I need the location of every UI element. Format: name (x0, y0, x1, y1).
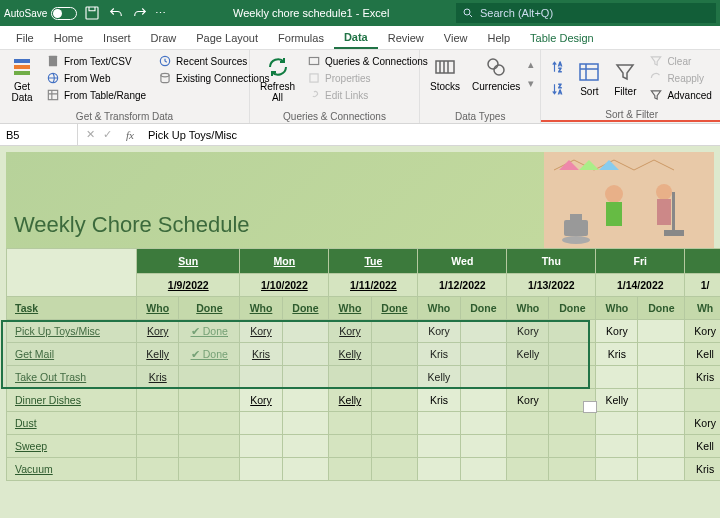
grid-cell[interactable] (240, 412, 282, 435)
worksheet[interactable]: Weekly Chore Schedule Sun Mon Tue Wed Th… (0, 146, 720, 518)
who-header[interactable]: Who (507, 297, 549, 320)
grid-cell[interactable]: Kris (685, 458, 720, 481)
grid-cell[interactable] (240, 435, 282, 458)
grid-cell[interactable]: Kris (240, 343, 282, 366)
who-header[interactable]: Who (596, 297, 638, 320)
grid-cell[interactable] (179, 435, 240, 458)
filter-button[interactable]: Filter (609, 53, 641, 103)
grid-cell[interactable] (549, 389, 596, 412)
grid-cell[interactable] (282, 320, 329, 343)
tab-view[interactable]: View (434, 28, 478, 48)
grid-cell[interactable] (549, 343, 596, 366)
redo-icon[interactable] (131, 4, 149, 22)
grid-cell[interactable] (371, 320, 418, 343)
day-header[interactable]: Wed (418, 249, 507, 274)
from-table-range[interactable]: From Table/Range (42, 87, 150, 103)
from-web[interactable]: From Web (42, 70, 150, 86)
grid-cell[interactable] (371, 458, 418, 481)
day-header[interactable]: Sun (137, 249, 240, 274)
grid-cell[interactable]: Kelly (596, 389, 638, 412)
name-box[interactable]: B5 (0, 124, 78, 145)
grid-cell[interactable] (282, 458, 329, 481)
grid-cell[interactable] (460, 343, 507, 366)
tab-table-design[interactable]: Table Design (520, 28, 604, 48)
grid-cell[interactable] (179, 458, 240, 481)
chore-table[interactable]: Sun Mon Tue Wed Thu Fri 1/9/2022 1/10/20… (6, 248, 720, 481)
tab-formulas[interactable]: Formulas (268, 28, 334, 48)
grid-cell[interactable]: Kory (329, 320, 371, 343)
grid-cell[interactable] (282, 366, 329, 389)
grid-cell[interactable] (507, 412, 549, 435)
tab-draw[interactable]: Draw (141, 28, 187, 48)
get-data-button[interactable]: Get Data (6, 53, 38, 105)
grid-cell[interactable]: Kell (685, 435, 720, 458)
from-text-csv[interactable]: From Text/CSV (42, 53, 150, 69)
day-header[interactable]: Tue (329, 249, 418, 274)
grid-cell[interactable] (638, 320, 685, 343)
grid-cell[interactable] (371, 389, 418, 412)
day-header[interactable]: Mon (240, 249, 329, 274)
done-header[interactable]: Done (282, 297, 329, 320)
done-header[interactable]: Done (638, 297, 685, 320)
grid-cell[interactable] (137, 435, 179, 458)
grid-cell[interactable] (282, 389, 329, 412)
grid-cell[interactable] (507, 435, 549, 458)
currencies-button[interactable]: Currencies (468, 53, 524, 94)
date-header[interactable]: 1/12/2022 (418, 274, 507, 297)
task-cell[interactable]: Dust (7, 412, 137, 435)
grid-cell[interactable]: Kory (507, 320, 549, 343)
grid-cell[interactable]: Kris (418, 343, 460, 366)
tab-home[interactable]: Home (44, 28, 93, 48)
grid-cell[interactable] (638, 435, 685, 458)
done-header[interactable]: Done (179, 297, 240, 320)
grid-cell[interactable]: Kory (507, 389, 549, 412)
grid-cell[interactable] (549, 435, 596, 458)
grid-cell[interactable] (549, 366, 596, 389)
grid-cell[interactable] (179, 389, 240, 412)
grid-cell[interactable]: Kory (685, 412, 720, 435)
who-header[interactable]: Who (137, 297, 179, 320)
who-header[interactable]: Who (329, 297, 371, 320)
grid-cell[interactable]: Kelly (418, 366, 460, 389)
grid-cell[interactable] (137, 458, 179, 481)
date-header[interactable]: 1/9/2022 (137, 274, 240, 297)
grid-cell[interactable] (596, 435, 638, 458)
task-cell[interactable]: Get Mail (7, 343, 137, 366)
grid-cell[interactable] (371, 366, 418, 389)
day-header[interactable] (685, 249, 720, 274)
task-cell[interactable]: Take Out Trash (7, 366, 137, 389)
grid-cell[interactable] (549, 320, 596, 343)
grid-cell[interactable]: Kris (685, 366, 720, 389)
grid-cell[interactable] (638, 458, 685, 481)
save-icon[interactable] (83, 4, 101, 22)
task-header[interactable]: Task (7, 297, 137, 320)
tab-file[interactable]: File (6, 28, 44, 48)
task-cell[interactable]: Pick Up Toys/Misc (7, 320, 137, 343)
grid-cell[interactable] (240, 366, 282, 389)
grid-cell[interactable] (282, 412, 329, 435)
grid-cell[interactable] (596, 458, 638, 481)
grid-cell[interactable] (329, 412, 371, 435)
grid-cell[interactable] (596, 366, 638, 389)
done-header[interactable]: Done (460, 297, 507, 320)
tab-insert[interactable]: Insert (93, 28, 141, 48)
grid-cell[interactable] (460, 412, 507, 435)
date-header[interactable]: 1/14/2022 (596, 274, 685, 297)
grid-cell[interactable] (371, 435, 418, 458)
grid-cell[interactable]: Kelly (329, 389, 371, 412)
grid-cell[interactable] (282, 435, 329, 458)
done-header[interactable]: Done (549, 297, 596, 320)
grid-cell[interactable]: Kory (418, 320, 460, 343)
grid-cell[interactable] (460, 320, 507, 343)
date-header[interactable]: 1/10/2022 (240, 274, 329, 297)
grid-cell[interactable] (371, 343, 418, 366)
sort-button[interactable]: Sort (573, 53, 605, 103)
grid-cell[interactable]: Kelly (329, 343, 371, 366)
grid-cell[interactable] (179, 412, 240, 435)
grid-cell[interactable]: ✔ Done (179, 343, 240, 366)
grid-cell[interactable] (329, 458, 371, 481)
grid-cell[interactable] (507, 366, 549, 389)
grid-cell[interactable]: Kory (240, 320, 282, 343)
grid-cell[interactable] (282, 343, 329, 366)
smart-tag-icon[interactable] (583, 401, 597, 413)
